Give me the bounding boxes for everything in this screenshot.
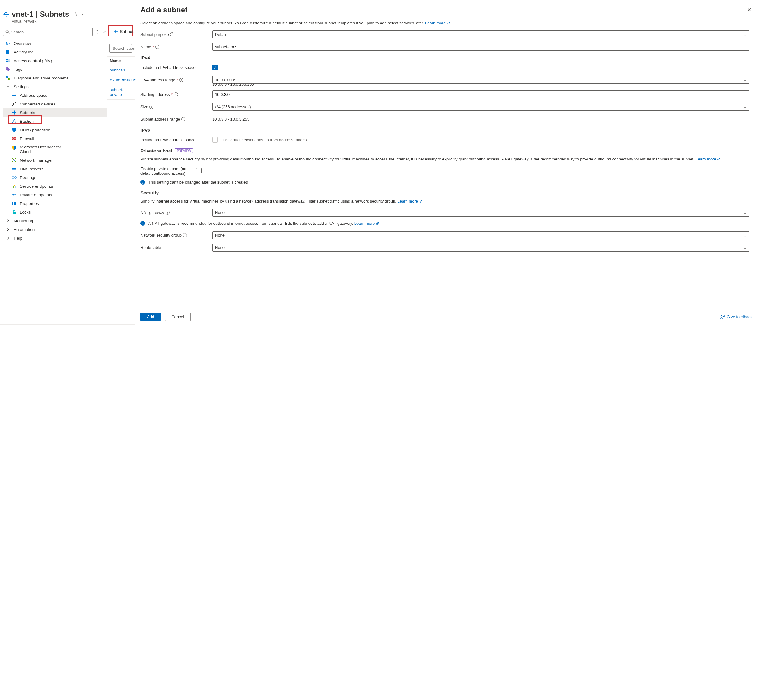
nav-dns[interactable]: DNS servers xyxy=(3,164,107,173)
route-select[interactable]: None⌄ xyxy=(212,244,749,252)
add-button[interactable]: Add xyxy=(141,312,161,321)
nav-automation-section[interactable]: Automation xyxy=(3,225,107,234)
feedback-icon xyxy=(720,314,725,319)
learn-more-link[interactable]: Learn more xyxy=(425,21,450,25)
info-icon[interactable]: i xyxy=(149,105,153,109)
expand-icon[interactable] xyxy=(94,30,100,34)
svg-point-21 xyxy=(14,186,16,188)
svg-rect-26 xyxy=(13,212,16,214)
purpose-select[interactable]: Default⌄ xyxy=(212,30,749,38)
name-input[interactable] xyxy=(212,43,749,51)
learn-more-link[interactable]: Learn more xyxy=(354,221,379,226)
name-label: Name xyxy=(141,45,151,49)
learn-more-link[interactable]: Learn more xyxy=(397,199,422,203)
devices-icon xyxy=(12,102,17,106)
log-icon xyxy=(6,50,11,55)
add-subnet-button[interactable]: Subnet xyxy=(110,28,136,35)
nav-address-space[interactable]: Address space xyxy=(3,91,107,100)
enable-private-checkbox[interactable] xyxy=(196,168,202,173)
page-subtitle: Virtual network xyxy=(12,19,107,23)
nav-monitoring-section[interactable]: Monitoring xyxy=(3,216,107,225)
route-label: Route table xyxy=(141,245,212,250)
nav-peerings[interactable]: Peerings xyxy=(3,173,107,182)
private-desc: Private subnets enhance security by not … xyxy=(141,156,749,162)
cancel-button[interactable]: Cancel xyxy=(165,312,190,321)
more-icon[interactable]: ··· xyxy=(81,11,87,18)
page-title: vnet-1 | Subnets xyxy=(12,10,69,19)
nav-defender[interactable]: Microsoft Defender for Cloud xyxy=(3,143,107,156)
nav-properties[interactable]: Properties xyxy=(3,199,107,208)
svg-rect-24 xyxy=(14,202,15,205)
info-icon: i xyxy=(141,221,145,226)
iam-icon xyxy=(6,58,11,63)
info-icon[interactable]: i xyxy=(170,33,174,36)
info-icon[interactable]: i xyxy=(155,45,159,49)
search-icon xyxy=(5,30,9,34)
include-v4-checkbox[interactable]: ✓ xyxy=(212,65,218,70)
nav-service-endpoints[interactable]: Service endpoints xyxy=(3,182,107,191)
include-v6-checkbox xyxy=(212,137,218,142)
external-link-icon xyxy=(376,222,379,225)
table-row[interactable]: AzureBastionS xyxy=(107,75,135,85)
svg-point-8 xyxy=(6,68,7,68)
info-icon[interactable]: i xyxy=(179,78,183,82)
svg-point-19 xyxy=(14,177,16,178)
table-row[interactable]: subnet-private xyxy=(107,85,135,100)
subnet-search[interactable] xyxy=(109,44,132,53)
chevron-down-icon: ⌄ xyxy=(744,78,747,82)
size-select[interactable]: /24 (256 addresses)⌄ xyxy=(212,103,749,111)
nat-select[interactable]: None⌄ xyxy=(212,209,749,217)
nav-bastion[interactable]: Bastion xyxy=(3,117,107,125)
external-link-icon xyxy=(419,199,423,203)
vnet-icon xyxy=(3,11,9,17)
info-icon[interactable]: i xyxy=(174,92,178,97)
nav-ddos[interactable]: DDoS protection xyxy=(3,125,107,134)
nav-overview[interactable]: Overview xyxy=(3,39,107,48)
nav-private-endpoints[interactable]: Private endpoints xyxy=(3,191,107,199)
info-icon[interactable]: i xyxy=(183,233,187,237)
nav-connected-devices[interactable]: Connected devices xyxy=(3,100,107,108)
svg-rect-3 xyxy=(7,51,9,51)
nav-firewall[interactable]: Firewall xyxy=(3,134,107,143)
info-icon[interactable]: i xyxy=(181,117,185,121)
nav-activity-log[interactable]: Activity log xyxy=(3,48,107,56)
nav-settings-section[interactable]: Settings xyxy=(3,82,107,91)
sort-icon xyxy=(122,59,125,63)
nav-iam[interactable]: Access control (IAM) xyxy=(3,56,107,65)
close-icon[interactable]: ✕ xyxy=(747,7,751,12)
favorite-icon[interactable]: ☆ xyxy=(73,11,78,18)
nav-help-section[interactable]: Help xyxy=(3,234,107,242)
svg-point-29 xyxy=(720,316,722,317)
table-row[interactable]: subnet-1 xyxy=(107,65,135,75)
svg-point-22 xyxy=(14,184,15,186)
info-icon[interactable]: i xyxy=(166,211,169,214)
private-heading: Private subnet PREVIEW xyxy=(141,148,749,153)
v4-range-label: IPv4 address range xyxy=(141,78,175,82)
feedback-link[interactable]: Give feedback xyxy=(720,314,752,319)
column-name[interactable]: Name xyxy=(107,56,135,65)
svg-rect-17 xyxy=(12,169,16,170)
priv-endpoint-icon xyxy=(12,192,17,197)
svg-point-0 xyxy=(6,30,8,33)
svc-endpoint-icon xyxy=(12,184,17,189)
nsg-select[interactable]: None⌄ xyxy=(212,231,749,239)
nav-diagnose[interactable]: Diagnose and solve problems xyxy=(3,73,107,82)
collapse-icon[interactable]: « xyxy=(102,30,107,34)
nav-tags[interactable]: Tags xyxy=(3,65,107,73)
svg-rect-4 xyxy=(7,52,9,52)
sidebar-search-input[interactable] xyxy=(9,30,90,34)
start-input[interactable] xyxy=(212,90,749,98)
nav-network-manager[interactable]: Network manager xyxy=(3,156,107,164)
svg-rect-25 xyxy=(15,202,16,205)
address-icon xyxy=(12,93,17,98)
nav-locks[interactable]: Locks xyxy=(3,208,107,216)
svg-rect-23 xyxy=(13,202,13,205)
nav-subnets[interactable]: Subnets xyxy=(3,108,107,117)
peerings-icon xyxy=(12,175,17,180)
include-v4-label: Include an IPv4 address space xyxy=(141,65,212,70)
netmgr-icon xyxy=(12,158,17,162)
sidebar-search[interactable] xyxy=(3,28,92,36)
v4-range-select[interactable]: 10.0.0.0/16⌄ xyxy=(212,76,749,84)
plus-icon xyxy=(114,30,118,34)
learn-more-link[interactable]: Learn more xyxy=(695,157,720,161)
